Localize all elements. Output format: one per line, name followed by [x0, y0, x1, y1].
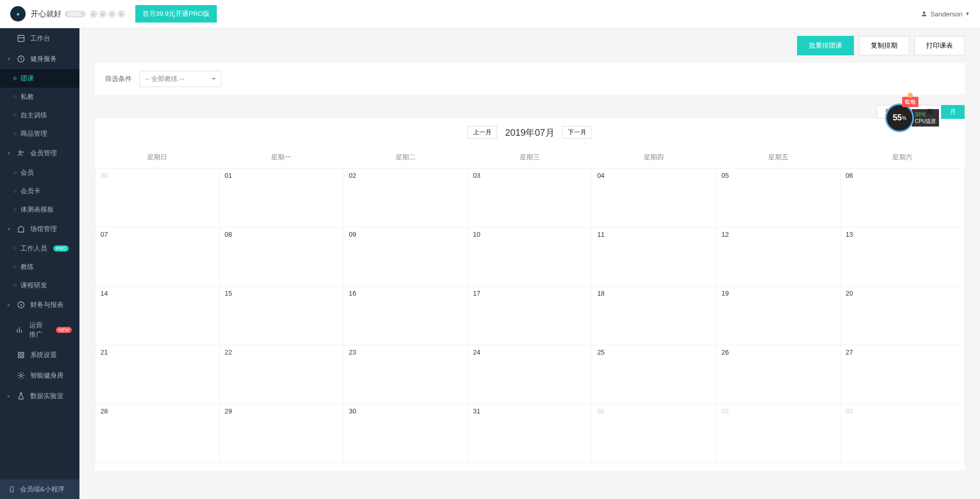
nav-members[interactable]: ▾ 会员管理: [0, 143, 79, 163]
svg-rect-7: [18, 352, 21, 355]
calendar-cell[interactable]: 30: [343, 404, 467, 463]
sub-coach[interactable]: 教练: [0, 258, 79, 276]
dot-icon: ▲: [117, 10, 125, 18]
next-month-button[interactable]: 下一月: [562, 126, 592, 139]
calendar-cell[interactable]: 03: [467, 169, 591, 227]
calendar-cell[interactable]: 02: [343, 169, 467, 227]
dot-icon: ▲: [108, 10, 116, 18]
sub-label: 工作人员: [21, 244, 47, 253]
nav-marketing[interactable]: 运营推广 NEW: [0, 315, 79, 345]
sidebar-footer[interactable]: 会员端&小程序: [0, 480, 79, 499]
yen-icon: ¥: [17, 301, 25, 309]
calendar-cell[interactable]: 05: [716, 169, 840, 227]
sub-group-class[interactable]: 团课: [0, 69, 79, 88]
sub-member-card[interactable]: 会员卡: [0, 182, 79, 200]
nav-settings[interactable]: 系统设置: [0, 345, 79, 365]
calendar-cell[interactable]: 07: [95, 227, 219, 286]
footer-label: 会员端&小程序: [20, 485, 65, 494]
nav-label: 场馆管理: [30, 224, 57, 234]
weekday-header: 星期四: [592, 147, 716, 169]
calendar-cell[interactable]: 24: [467, 345, 591, 404]
calendar-header: 上一月 2019年07月 下一月: [95, 126, 965, 139]
dashboard-icon: [17, 34, 25, 43]
calendar-cell[interactable]: 09: [343, 227, 467, 286]
mobile-icon: [8, 485, 16, 493]
calendar-cell[interactable]: 14: [95, 286, 219, 345]
print-schedule-button[interactable]: 打印课表: [914, 36, 965, 55]
nav-label: 工作台: [30, 34, 50, 43]
calendar-cell[interactable]: 01: [219, 169, 343, 227]
calendar-cell[interactable]: 25: [592, 345, 716, 404]
calendar-cell[interactable]: 13: [840, 227, 964, 286]
calendar-cell[interactable]: 30: [95, 169, 219, 227]
calendar-cell[interactable]: 15: [219, 286, 343, 345]
batch-schedule-button[interactable]: 批量排团课: [797, 36, 854, 55]
svg-rect-12: [10, 487, 13, 492]
tab-month[interactable]: 月: [941, 105, 965, 119]
sub-staff[interactable]: 工作人员PRO: [0, 239, 79, 258]
copy-schedule-button[interactable]: 复制排期: [859, 36, 909, 55]
calendar-cell[interactable]: 28: [95, 404, 219, 463]
calendar-cell[interactable]: 26: [716, 345, 840, 404]
sub-course-dev[interactable]: 课程研发: [0, 276, 79, 295]
calendar-cell[interactable]: 27: [840, 345, 964, 404]
sub-self-training[interactable]: 自主训练: [0, 106, 79, 124]
action-bar: 批量排团课 复制排期 打印课表: [95, 36, 965, 55]
calendar-cell[interactable]: 22: [219, 345, 343, 404]
nav-workbench[interactable]: 工作台: [0, 28, 79, 49]
calendar-cell[interactable]: 03: [840, 404, 964, 463]
calendar-cell[interactable]: 31: [467, 404, 591, 463]
sub-body-template[interactable]: 体测表模板: [0, 200, 79, 219]
calendar-cell[interactable]: 04: [592, 169, 716, 227]
calendar-cell[interactable]: 16: [343, 286, 467, 345]
coach-select[interactable]: -- 全部教练 --: [139, 71, 221, 87]
chevron-right-icon: ▸: [8, 393, 12, 399]
calendar-cell[interactable]: 06: [840, 169, 964, 227]
calendar-cell[interactable]: 02: [716, 404, 840, 463]
weekday-header: 星期六: [840, 147, 964, 169]
nav-data-lab[interactable]: ▸ 数据实验室: [0, 386, 79, 406]
calendar-cell[interactable]: 18: [592, 286, 716, 345]
prev-month-button[interactable]: 上一月: [467, 126, 497, 139]
calendar-cell[interactable]: 17: [467, 286, 591, 345]
user-menu[interactable]: Sanderson ▼: [921, 10, 970, 18]
nav-fitness[interactable]: ▾ 健身服务: [0, 49, 79, 69]
calendar-table: 星期日 星期一 星期二 星期三 星期四 星期五 星期六 300102030405…: [95, 147, 965, 463]
calendar-cell[interactable]: 10: [467, 227, 591, 286]
nav-label: 数据实验室: [30, 391, 64, 401]
grid-icon: [17, 351, 25, 359]
pro-upgrade-button[interactable]: 首月39.9元开通PRO版: [135, 5, 217, 23]
calendar-cell[interactable]: 11: [592, 227, 716, 286]
nav-venue[interactable]: ▾ 场馆管理: [0, 219, 79, 239]
system-widget[interactable]: 55% 红包 33℃ CPU温度: [885, 100, 942, 136]
sub-member[interactable]: 会员: [0, 163, 79, 182]
svg-rect-10: [22, 356, 24, 358]
logo: ◆: [10, 6, 26, 22]
weekday-header: 星期二: [343, 147, 467, 169]
redpack-badge[interactable]: 红包: [902, 97, 918, 107]
calendar-cell[interactable]: 23: [343, 345, 467, 404]
calendar-cell[interactable]: 19: [716, 286, 840, 345]
svg-point-11: [20, 375, 22, 377]
calendar-cell[interactable]: 20: [840, 286, 964, 345]
sub-private[interactable]: 私教: [0, 88, 79, 106]
calendar-cell[interactable]: 29: [219, 404, 343, 463]
view-tabs: 列表模式 周 月: [95, 105, 965, 119]
calendar-cell[interactable]: 21: [95, 345, 219, 404]
sub-label: 体测表模板: [21, 205, 54, 214]
chevron-down-icon: ▼: [965, 11, 970, 16]
nav-label: 健身服务: [30, 54, 57, 64]
calendar-cell[interactable]: 12: [716, 227, 840, 286]
svg-rect-9: [18, 356, 21, 358]
nav-smart-gym[interactable]: 智能健身房: [0, 365, 79, 386]
percent-sign: %: [902, 115, 906, 121]
nav-label: 系统设置: [30, 350, 57, 360]
building-icon: [17, 225, 25, 233]
calendar-cell[interactable]: 08: [219, 227, 343, 286]
calendar-cell[interactable]: 01: [592, 404, 716, 463]
dot-icon: ▲: [99, 10, 107, 18]
sub-label: 会员卡: [21, 186, 40, 196]
sub-products[interactable]: 商品管理: [0, 124, 79, 143]
nav-finance[interactable]: ▸ ¥ 财务与报表: [0, 295, 79, 315]
svg-point-3: [19, 151, 21, 153]
